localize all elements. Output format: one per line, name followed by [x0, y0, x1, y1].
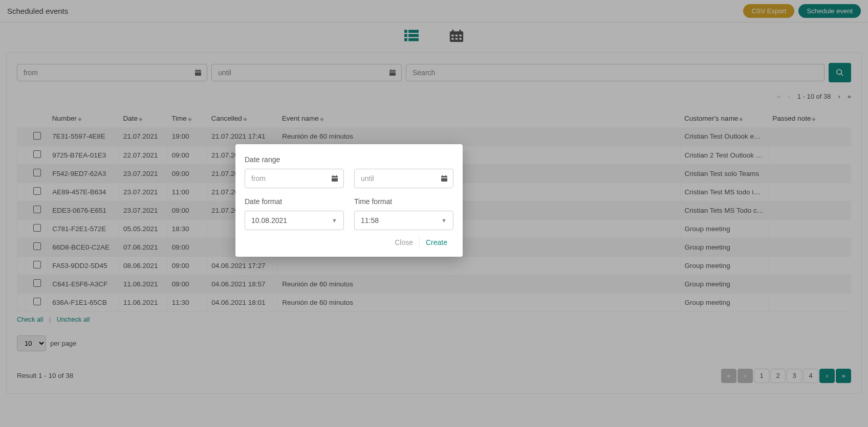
time-format-value: 11:58: [361, 216, 379, 224]
modal-until-input[interactable]: [354, 169, 453, 188]
time-format-select[interactable]: 11:58 ▼: [354, 211, 453, 230]
chevron-down-icon: ▼: [332, 217, 337, 223]
modal-close-button[interactable]: Close: [388, 235, 420, 250]
modal-footer: Close Create: [245, 235, 453, 250]
time-format-label: Time format: [354, 197, 453, 206]
modal-from-input[interactable]: [245, 169, 344, 188]
date-range-label: Date range: [245, 155, 453, 164]
export-modal: Date range Date format 10.08.2: [235, 144, 463, 257]
modal-create-button[interactable]: Create: [420, 235, 453, 250]
date-format-label: Date format: [245, 197, 344, 206]
chevron-down-icon: ▼: [441, 217, 447, 223]
date-format-value: 10.08.2021: [251, 216, 287, 224]
date-format-select[interactable]: 10.08.2021 ▼: [245, 211, 344, 230]
